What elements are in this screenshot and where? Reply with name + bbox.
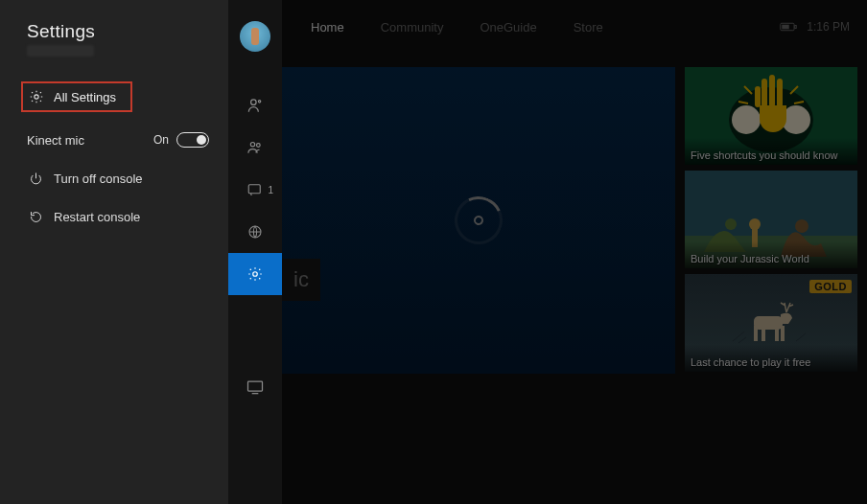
svg-line-38 <box>796 333 806 341</box>
svg-rect-10 <box>795 26 797 29</box>
settings-title: Settings <box>0 21 228 42</box>
svg-point-28 <box>795 219 808 233</box>
main-area: Home Community OneGuide Store 1:16 PM <box>282 0 867 504</box>
hero-tile[interactable] <box>282 67 675 374</box>
nav-store[interactable]: Store <box>574 20 603 34</box>
rail-settings[interactable] <box>228 253 282 295</box>
promo-card-gold[interactable]: GOLD <box>685 274 857 372</box>
svg-point-30 <box>749 218 761 230</box>
rail-friends[interactable] <box>228 84 282 126</box>
card-caption: Five shortcuts you should know <box>691 149 837 161</box>
svg-point-2 <box>258 101 260 103</box>
gear-icon <box>29 89 44 104</box>
svg-rect-18 <box>769 75 775 107</box>
svg-point-0 <box>35 95 38 99</box>
content-area: Five shortcuts you should know <box>282 67 857 374</box>
rail-messages[interactable]: 1 <box>228 169 282 211</box>
svg-rect-8 <box>248 381 263 391</box>
svg-rect-20 <box>755 86 761 107</box>
svg-line-37 <box>738 337 746 343</box>
settings-panel: Settings All Settings Kinect mic On <box>0 0 228 504</box>
turn-off-console-row[interactable]: Turn off console <box>0 166 228 191</box>
kinect-mic-row[interactable]: Kinect mic On <box>0 127 228 152</box>
clock-time: 1:16 PM <box>807 20 850 34</box>
kinect-mic-label: Kinect mic <box>27 133 84 148</box>
svg-point-27 <box>725 218 737 230</box>
kinect-toggle-state: On <box>153 133 169 147</box>
restart-icon <box>27 210 44 224</box>
svg-rect-5 <box>248 185 260 194</box>
restart-console-row[interactable]: Restart console <box>0 204 228 229</box>
svg-rect-32 <box>754 326 758 341</box>
power-icon <box>27 172 44 186</box>
turn-off-label: Turn off console <box>54 172 143 186</box>
messages-badge: 1 <box>268 185 273 195</box>
svg-rect-34 <box>775 326 779 341</box>
all-settings-label: All Settings <box>54 90 116 104</box>
svg-rect-17 <box>762 79 767 107</box>
svg-rect-35 <box>781 326 785 341</box>
svg-point-3 <box>250 143 254 147</box>
rail-tv[interactable] <box>228 366 282 408</box>
card-caption: Build your Jurassic World <box>691 253 809 264</box>
loading-spinner-icon <box>448 190 509 251</box>
gold-badge: GOLD <box>809 280 852 293</box>
nav-community[interactable]: Community <box>381 20 444 34</box>
svg-point-14 <box>732 105 761 134</box>
promo-card-jurassic[interactable]: Build your Jurassic World <box>685 171 857 268</box>
settings-subtitle-blur <box>27 45 94 57</box>
svg-point-7 <box>253 272 258 277</box>
nav-rail: 1 <box>228 0 282 504</box>
svg-rect-11 <box>783 25 790 30</box>
hero-overlay-text: ic <box>282 259 320 301</box>
top-nav: Home Community OneGuide Store 1:16 PM <box>282 0 867 54</box>
rail-web[interactable] <box>228 211 282 253</box>
kinect-toggle[interactable] <box>176 132 209 148</box>
restart-label: Restart console <box>54 210 140 224</box>
svg-rect-33 <box>762 326 765 341</box>
rail-party[interactable] <box>228 126 282 169</box>
promo-card-shortcuts[interactable]: Five shortcuts you should know <box>685 67 857 165</box>
svg-point-1 <box>251 100 257 105</box>
all-settings-button[interactable]: All Settings <box>21 81 132 112</box>
profile-avatar[interactable] <box>240 21 270 52</box>
svg-point-4 <box>257 144 261 148</box>
nav-oneguide[interactable]: OneGuide <box>480 20 536 34</box>
svg-rect-19 <box>777 79 783 107</box>
dashboard-root: Settings All Settings Kinect mic On <box>0 0 867 504</box>
nav-home[interactable]: Home <box>311 20 344 34</box>
card-caption: Last chance to play it free <box>691 356 810 368</box>
battery-icon <box>780 22 797 32</box>
